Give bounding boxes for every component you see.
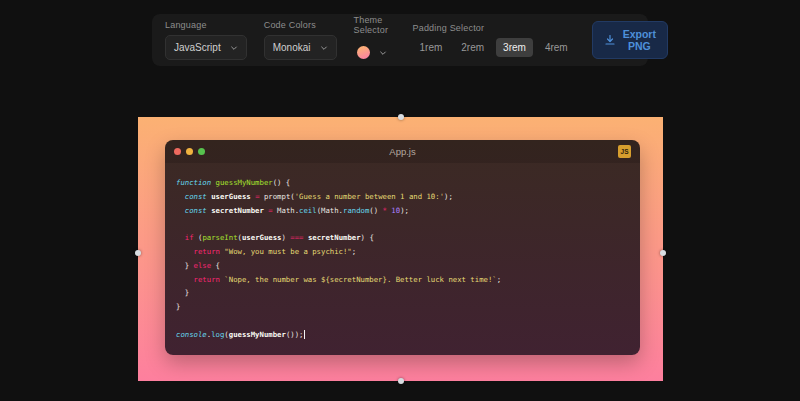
code-line — [176, 314, 629, 328]
code-token: return — [194, 247, 220, 256]
code-token — [176, 233, 185, 242]
language-select[interactable]: JavaScript — [165, 35, 247, 60]
code-line — [176, 217, 629, 231]
code-token — [176, 247, 194, 256]
chevron-down-icon — [320, 44, 328, 52]
code-token: 'Guess a number between 1 and 10:' — [295, 192, 444, 201]
theme-selector-group: Theme Selector — [354, 15, 396, 65]
code-line: return "Wow, you must be a psychic!"; — [176, 245, 629, 259]
toolbar: Language JavaScript Code Colors Monokai … — [152, 14, 648, 66]
theme-swatch-icon — [357, 46, 370, 59]
code-line: } — [176, 286, 629, 300]
traffic-lights — [174, 148, 205, 155]
code-token: ); — [400, 206, 409, 215]
resize-handle-top[interactable] — [398, 114, 404, 120]
code-token: if — [185, 233, 194, 242]
code-token: { — [211, 261, 220, 270]
code-token: log — [211, 330, 224, 339]
code-token: secretNumber — [211, 206, 264, 215]
theme-selector-label: Theme Selector — [354, 15, 396, 35]
close-icon[interactable] — [174, 148, 181, 155]
code-token: } — [176, 288, 189, 297]
code-line: const secretNumber = Math.ceil(Math.rand… — [176, 204, 629, 218]
gradient-card[interactable]: App.js JS function guessMyNumber() { con… — [138, 117, 663, 381]
padding-option-4rem[interactable]: 4rem — [538, 38, 575, 57]
window-titlebar: App.js JS — [165, 140, 640, 163]
code-token: ()); — [286, 330, 304, 339]
code-token: userGuess — [211, 192, 251, 201]
javascript-badge-icon: JS — [618, 145, 631, 158]
code-window: App.js JS function guessMyNumber() { con… — [165, 140, 640, 355]
code-colors-label: Code Colors — [264, 20, 337, 30]
code-block[interactable]: function guessMyNumber() { const userGue… — [165, 163, 640, 355]
chevron-down-icon — [379, 49, 387, 57]
maximize-icon[interactable] — [198, 148, 205, 155]
code-token — [176, 192, 185, 201]
resize-handle-bottom[interactable] — [398, 378, 404, 384]
language-group: Language JavaScript — [165, 20, 247, 60]
code-token: prompt( — [260, 192, 295, 201]
minimize-icon[interactable] — [186, 148, 193, 155]
padding-selector-group: Padding Selector 1rem 2rem 3rem 4rem — [413, 23, 575, 57]
code-token: } — [176, 302, 180, 311]
code-line: } else { — [176, 259, 629, 273]
resize-handle-right[interactable] — [660, 250, 666, 256]
code-token: random — [343, 206, 369, 215]
code-token: function — [176, 178, 211, 187]
language-value: JavaScript — [174, 42, 221, 53]
padding-option-3rem[interactable]: 3rem — [496, 38, 533, 57]
code-line: return `Nope, the number was ${secretNum… — [176, 273, 629, 287]
code-token: 10 — [391, 206, 400, 215]
code-line: console.log(guessMyNumber()); — [176, 328, 629, 342]
window-title: App.js — [165, 146, 640, 157]
text-cursor — [304, 330, 305, 339]
code-token: === — [290, 233, 303, 242]
code-token: } — [176, 261, 194, 270]
code-token: (Math. — [317, 206, 343, 215]
code-token: userGuess — [242, 233, 282, 242]
code-token — [176, 206, 185, 215]
code-line: if (parseInt(userGuess) === secretNumber… — [176, 231, 629, 245]
padding-option-1rem[interactable]: 1rem — [413, 38, 450, 57]
code-token: () { — [273, 178, 291, 187]
code-token: ; — [352, 247, 356, 256]
code-colors-group: Code Colors Monokai — [264, 20, 337, 60]
padding-selector-label: Padding Selector — [413, 23, 575, 33]
code-token: const — [185, 206, 207, 215]
code-token: ) — [282, 233, 291, 242]
code-colors-select[interactable]: Monokai — [264, 35, 337, 60]
code-token: "Wow, you must be a psychic!" — [224, 247, 351, 256]
padding-options: 1rem 2rem 3rem 4rem — [413, 38, 575, 57]
code-token: parseInt — [202, 233, 237, 242]
code-colors-value: Monokai — [273, 42, 311, 53]
code-token: guessMyNumber — [229, 330, 286, 339]
chevron-down-icon — [230, 44, 238, 52]
export-png-button[interactable]: Export PNG — [592, 21, 668, 59]
code-token: return — [194, 275, 220, 284]
code-token: console — [176, 330, 207, 339]
code-token: ; — [497, 275, 501, 284]
code-token: guessMyNumber — [216, 178, 273, 187]
code-token — [176, 275, 194, 284]
code-line: function guessMyNumber() { — [176, 176, 629, 190]
code-token: Math. — [273, 206, 299, 215]
code-token: ceil — [299, 206, 317, 215]
code-token: `Nope, the number was ${secretNumber}. B… — [224, 275, 496, 284]
code-token: secretNumber — [308, 233, 361, 242]
code-token: ); — [444, 192, 453, 201]
export-png-label: Export PNG — [623, 28, 656, 52]
code-token: ) { — [361, 233, 374, 242]
code-token: const — [185, 192, 207, 201]
padding-option-2rem[interactable]: 2rem — [454, 38, 491, 57]
code-token: () — [369, 206, 382, 215]
download-icon — [604, 34, 616, 46]
theme-selector[interactable] — [354, 40, 396, 65]
resize-handle-left[interactable] — [135, 250, 141, 256]
code-line: const userGuess = prompt('Guess a number… — [176, 190, 629, 204]
code-line: } — [176, 300, 629, 314]
code-token: else — [194, 261, 212, 270]
language-label: Language — [165, 20, 247, 30]
